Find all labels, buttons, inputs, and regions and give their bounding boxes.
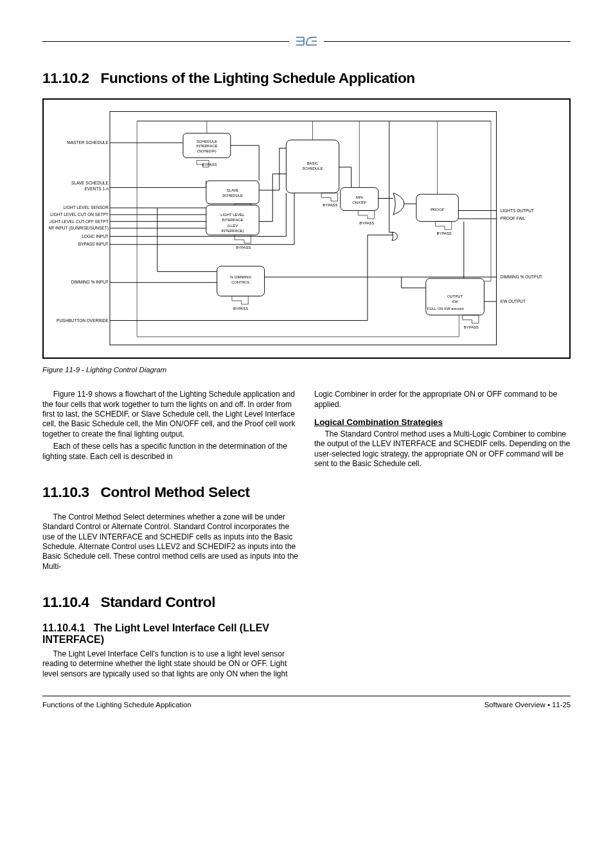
- svg-text:LIGHT LEVEL SENSOR: LIGHT LEVEL SENSOR: [63, 205, 109, 210]
- svg-text:PUSHBUTTON OVERRIDE: PUSHBUTTON OVERRIDE: [57, 318, 109, 323]
- svg-text:BYPASS: BYPASS: [233, 307, 248, 311]
- header-rule: [42, 35, 571, 48]
- svg-text:LIGHT LEVEL CUT ON SETPT: LIGHT LEVEL CUT ON SETPT: [50, 212, 109, 217]
- svg-text:FULL ON KW amount: FULL ON KW amount: [427, 307, 464, 311]
- svg-text:BYPASS: BYPASS: [323, 203, 337, 207]
- svg-text:INTERFACE): INTERFACE): [221, 229, 244, 233]
- svg-text:(SCHEDIF): (SCHEDIF): [197, 149, 217, 153]
- svg-text:INTERFACE: INTERFACE: [222, 218, 243, 222]
- footer-right: Software Overview • 11-25: [484, 701, 571, 709]
- heading-num: 11.10.3: [42, 484, 89, 500]
- svg-text:KW: KW: [452, 300, 458, 303]
- heading-num: 11.10.4: [42, 593, 89, 610]
- svg-rect-63: [341, 188, 378, 211]
- svg-text:OUTPUT: OUTPUT: [447, 294, 463, 298]
- para-4-right: Logic Combiner in order for the appropri…: [314, 390, 571, 410]
- svg-text:% DIMMING: % DIMMING: [230, 275, 251, 279]
- rule-left: [42, 41, 289, 42]
- svg-text:PROOF FAIL: PROOF FAIL: [501, 216, 526, 221]
- svg-text:BYPASS: BYPASS: [202, 163, 217, 167]
- footer-rule: [42, 696, 571, 696]
- heading-text: Standard Control: [101, 593, 216, 610]
- svg-text:BYPASS: BYPASS: [359, 221, 374, 225]
- svg-text:SLAVE SCHEDULE: SLAVE SCHEDULE: [71, 181, 109, 185]
- lighting-control-diagram: .lbl{font-size:6.2px} .bl{font-size:5.6p…: [49, 106, 564, 350]
- para-6: The Light Level Interface Cell's functio…: [42, 649, 299, 679]
- heading-11-10-2: 11.10.2 Functions of the Lighting Schedu…: [42, 69, 571, 87]
- svg-text:BYPASS: BYPASS: [464, 325, 479, 329]
- heading-num: 11.10.4.1: [42, 622, 85, 633]
- svg-text:EVENTS 1-n: EVENTS 1-n: [84, 186, 109, 191]
- svg-text:MASTER SCHEDULE: MASTER SCHEDULE: [67, 140, 109, 145]
- svg-text:MIN: MIN: [356, 195, 363, 199]
- heading-11-10-4: 11.10.4 Standard Control: [42, 593, 299, 611]
- svg-text:SCHEDULE: SCHEDULE: [302, 167, 323, 170]
- heading-text: Functions of the Lighting Schedule Appli…: [101, 69, 415, 86]
- svg-text:BASIC: BASIC: [307, 161, 319, 165]
- rule-right: [324, 41, 571, 42]
- svg-text:KW OUTPUT: KW OUTPUT: [501, 299, 526, 303]
- heading-11-10-4-1: 11.10.4.1 The Light Level Interface Cell…: [42, 622, 299, 646]
- para-3: The Control Method Select determines whe…: [42, 512, 299, 572]
- svg-text:BYPASS: BYPASS: [236, 246, 251, 249]
- svg-text:INTERFACE: INTERFACE: [196, 144, 217, 148]
- svg-text:SLAVE: SLAVE: [227, 188, 239, 192]
- footer-left: Functions of the Lighting Schedule Appli…: [42, 701, 191, 709]
- figure-caption: Figure 11-9 - Lighting Control Diagram: [42, 365, 571, 375]
- svg-text:PROOF: PROOF: [431, 208, 444, 212]
- svg-text:DIMMING % INPUT: DIMMING % INPUT: [71, 280, 109, 284]
- svg-text:BYPASS: BYPASS: [437, 231, 452, 235]
- svg-text:LIGHT LEVEL CUT OFF SETPT: LIGHT LEVEL CUT OFF SETPT: [49, 219, 109, 224]
- svg-text:LIGHTS OUTPUT: LIGHTS OUTPUT: [501, 208, 534, 213]
- svg-text:SCHEDULE: SCHEDULE: [197, 140, 217, 143]
- figure-frame: .lbl{font-size:6.2px} .bl{font-size:5.6p…: [42, 98, 571, 359]
- subheading-lcs: Logical Combination Strategies: [314, 417, 571, 427]
- heading-num: 11.10.2: [42, 69, 89, 86]
- heading-11-10-3: 11.10.3 Control Method Select: [42, 484, 299, 501]
- para-1: Figure 11-9 - Lighting Control Diagram F…: [42, 390, 299, 439]
- svg-text:(LLEV: (LLEV: [227, 224, 238, 228]
- para-5: The Standard Control method uses a Multi…: [314, 429, 571, 469]
- heading-text: Control Method Select: [101, 484, 250, 500]
- svg-text:CONTROL: CONTROL: [231, 280, 251, 284]
- svg-rect-36: [206, 181, 259, 204]
- svg-text:SCHEDULE: SCHEDULE: [222, 194, 243, 197]
- page-footer: Functions of the Lighting Schedule Appli…: [42, 701, 571, 709]
- svg-text:LIGHT LEVEL: LIGHT LEVEL: [220, 213, 245, 217]
- svg-text:SOLAR INPUT (SUNRISE/SUNSET): SOLAR INPUT (SUNRISE/SUNSET): [49, 226, 109, 231]
- svg-text:DIMMING % OUTPUT: DIMMING % OUTPUT: [501, 275, 542, 279]
- svg-text:BYPASS INPUT: BYPASS INPUT: [78, 242, 109, 246]
- logo-icon: [296, 35, 317, 48]
- para-2: Each of these cells has a specific funct…: [42, 442, 299, 462]
- svg-text:LOGIC INPUT: LOGIC INPUT: [82, 234, 109, 239]
- svg-text:ON/OFF: ON/OFF: [352, 201, 367, 204]
